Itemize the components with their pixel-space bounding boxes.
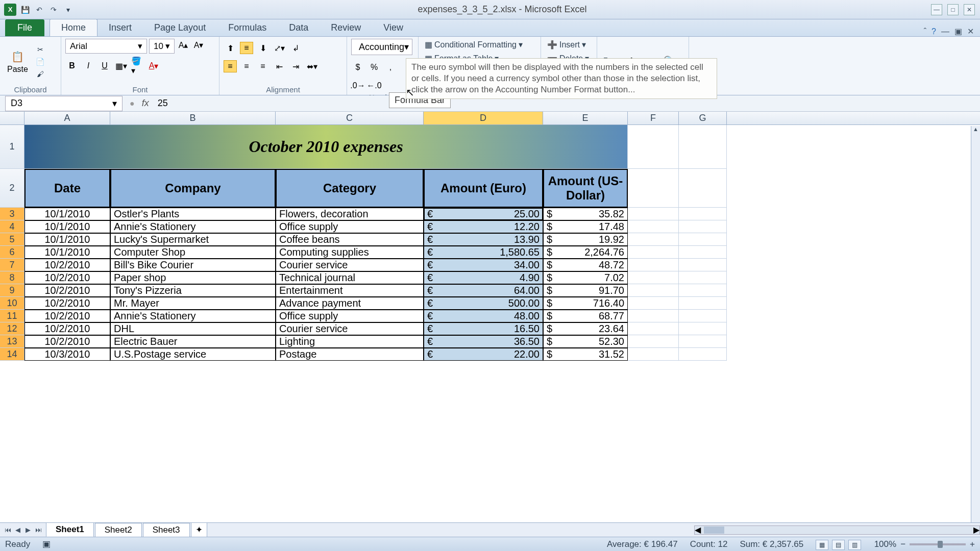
- horizontal-scrollbar[interactable]: ◀ ▶: [694, 525, 980, 535]
- font-color-button[interactable]: A▾: [147, 60, 160, 72]
- window-min-icon[interactable]: —: [941, 27, 949, 36]
- cell[interactable]: [628, 348, 679, 361]
- scroll-right-icon[interactable]: ▶: [973, 525, 979, 535]
- col-header-F[interactable]: F: [628, 112, 679, 124]
- cell[interactable]: [679, 246, 727, 259]
- header-company[interactable]: Company: [110, 169, 276, 208]
- cell[interactable]: [628, 220, 679, 233]
- cell-date[interactable]: 10/1/2010: [24, 246, 110, 259]
- cell-category[interactable]: Office supply: [276, 310, 424, 322]
- insert-cells-button[interactable]: ➕ Insert ▾: [545, 39, 588, 51]
- shrink-font-button[interactable]: A▾: [192, 39, 205, 51]
- paste-button[interactable]: 📋 Paste: [4, 48, 31, 75]
- row-header[interactable]: 9: [0, 284, 24, 297]
- cell-usd[interactable]: $35.82: [543, 208, 628, 220]
- window-close-icon[interactable]: ✕: [967, 27, 974, 36]
- underline-button[interactable]: U: [98, 60, 111, 72]
- name-box[interactable]: D3▾: [5, 96, 122, 111]
- cell[interactable]: [679, 271, 727, 284]
- align-center-button[interactable]: ≡: [240, 60, 253, 72]
- col-header-G[interactable]: G: [679, 112, 727, 124]
- orientation-button[interactable]: ⤢▾: [273, 42, 286, 54]
- maximize-button[interactable]: □: [947, 4, 959, 15]
- cell-date[interactable]: 10/2/2010: [24, 310, 110, 322]
- header-euro[interactable]: Amount (Euro): [424, 169, 543, 208]
- cell-euro[interactable]: €13.90: [424, 233, 543, 246]
- align-top-button[interactable]: ⬆: [224, 42, 237, 54]
- cell[interactable]: [628, 284, 679, 297]
- sheet-tab-3[interactable]: Sheet3: [143, 523, 190, 537]
- increase-decimal-button[interactable]: .0→: [351, 80, 364, 92]
- cell-euro[interactable]: €34.00: [424, 259, 543, 271]
- tab-insert[interactable]: Insert: [97, 19, 143, 36]
- prev-sheet-button[interactable]: ◀: [13, 526, 22, 534]
- cell-category[interactable]: Courier service: [276, 322, 424, 335]
- font-name-combo[interactable]: Arial▾: [65, 39, 147, 54]
- zoom-slider[interactable]: [910, 543, 966, 545]
- row-header[interactable]: 3: [0, 208, 24, 220]
- cell-euro[interactable]: €4.90: [424, 271, 543, 284]
- qat-customize-icon[interactable]: ▾: [62, 4, 74, 15]
- next-sheet-button[interactable]: ▶: [23, 526, 33, 534]
- first-sheet-button[interactable]: ⏮: [3, 526, 12, 534]
- row-header[interactable]: 10: [0, 297, 24, 310]
- italic-button[interactable]: I: [82, 60, 95, 72]
- vertical-scrollbar[interactable]: ▲: [971, 126, 980, 522]
- cell-date[interactable]: 10/2/2010: [24, 335, 110, 348]
- cell[interactable]: [679, 220, 727, 233]
- cell-company[interactable]: DHL: [110, 322, 276, 335]
- row-header-2[interactable]: 2: [0, 169, 24, 208]
- cell[interactable]: [679, 208, 727, 220]
- sheet-title[interactable]: October 2010 expenses: [24, 125, 628, 169]
- row-header[interactable]: 7: [0, 259, 24, 271]
- cell[interactable]: [679, 322, 727, 335]
- cell-date[interactable]: 10/1/2010: [24, 208, 110, 220]
- col-header-C[interactable]: C: [276, 112, 424, 124]
- cell-usd[interactable]: $68.77: [543, 310, 628, 322]
- tab-file[interactable]: File: [5, 19, 44, 36]
- header-date[interactable]: Date: [24, 169, 110, 208]
- row-header[interactable]: 8: [0, 271, 24, 284]
- cell-company[interactable]: Electric Bauer: [110, 335, 276, 348]
- cell-category[interactable]: Lighting: [276, 335, 424, 348]
- cell[interactable]: [628, 297, 679, 310]
- zoom-level[interactable]: 100%: [874, 539, 896, 549]
- cell-usd[interactable]: $48.72: [543, 259, 628, 271]
- save-button[interactable]: 💾: [19, 4, 31, 15]
- scroll-left-icon[interactable]: ◀: [695, 525, 701, 535]
- cell-usd[interactable]: $91.70: [543, 284, 628, 297]
- cell-category[interactable]: Office supply: [276, 220, 424, 233]
- select-all-button[interactable]: [0, 112, 24, 124]
- sheet-tab-2[interactable]: Sheet2: [95, 523, 142, 537]
- grow-font-button[interactable]: A▴: [177, 39, 190, 51]
- row-header[interactable]: 14: [0, 348, 24, 361]
- col-header-E[interactable]: E: [543, 112, 628, 124]
- undo-button[interactable]: ↶: [34, 4, 45, 15]
- tab-view[interactable]: View: [372, 19, 414, 36]
- cell-category[interactable]: Entertainment: [276, 284, 424, 297]
- border-button[interactable]: ▦▾: [114, 60, 128, 72]
- cell-company[interactable]: Paper shop: [110, 271, 276, 284]
- cell-usd[interactable]: $716.40: [543, 297, 628, 310]
- cell[interactable]: [679, 297, 727, 310]
- cell[interactable]: [628, 310, 679, 322]
- redo-button[interactable]: ↷: [48, 4, 59, 15]
- cell-usd[interactable]: $31.52: [543, 348, 628, 361]
- bold-button[interactable]: B: [65, 60, 79, 72]
- align-middle-button[interactable]: ≡: [240, 42, 253, 54]
- cell-company[interactable]: Mr. Mayer: [110, 297, 276, 310]
- row-header[interactable]: 13: [0, 335, 24, 348]
- copy-button[interactable]: 📄: [34, 57, 46, 67]
- row-header[interactable]: 5: [0, 233, 24, 246]
- cancel-icon[interactable]: ●: [130, 99, 135, 108]
- cell[interactable]: [628, 169, 679, 208]
- comma-button[interactable]: ,: [384, 61, 397, 73]
- format-painter-button[interactable]: 🖌: [34, 69, 46, 79]
- cell[interactable]: [679, 169, 727, 208]
- col-header-D[interactable]: D: [424, 112, 543, 124]
- window-restore-icon[interactable]: ▣: [954, 27, 962, 36]
- cell[interactable]: [628, 233, 679, 246]
- cell[interactable]: [628, 208, 679, 220]
- align-bottom-button[interactable]: ⬇: [256, 42, 270, 54]
- cell-company[interactable]: Annie's Stationery: [110, 220, 276, 233]
